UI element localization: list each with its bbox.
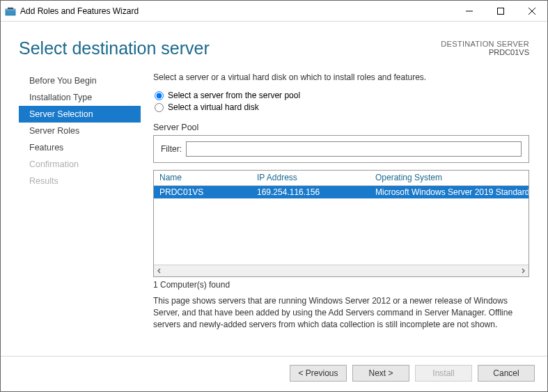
- grid-row[interactable]: PRDC01VS 169.254.116.156 Microsoft Windo…: [154, 186, 529, 198]
- destination-value: PRDC01VS: [441, 48, 529, 56]
- horizontal-scrollbar[interactable]: [154, 265, 529, 276]
- cell-name: PRDC01VS: [154, 187, 257, 197]
- grid-header: Name IP Address Operating System: [154, 171, 529, 186]
- window-controls: [453, 1, 547, 21]
- nav-server-roles[interactable]: Server Roles: [19, 123, 141, 139]
- scroll-right-icon[interactable]: [517, 265, 529, 276]
- app-icon: [5, 6, 16, 17]
- destination-label: DESTINATION SERVER: [441, 40, 529, 48]
- col-ip-header[interactable]: IP Address: [257, 173, 368, 182]
- page-title: Select destination server: [19, 38, 441, 58]
- svg-rect-1: [6, 9, 15, 10]
- server-pool-label: Server Pool: [153, 123, 529, 132]
- cell-ip: 169.254.116.156: [257, 187, 368, 197]
- server-grid: Name IP Address Operating System PRDC01V…: [153, 170, 529, 277]
- nav-installation-type[interactable]: Installation Type: [19, 89, 141, 106]
- radio-server-pool-input[interactable]: [155, 91, 164, 100]
- scroll-left-icon[interactable]: [154, 265, 165, 276]
- svg-rect-4: [497, 8, 503, 14]
- svg-rect-2: [8, 7, 13, 8]
- wizard-window: Add Roles and Features Wizard Select des…: [0, 0, 548, 392]
- nav-features[interactable]: Features: [19, 139, 141, 156]
- header: Select destination server DESTINATION SE…: [1, 22, 547, 58]
- window-title: Add Roles and Features Wizard: [20, 6, 453, 16]
- col-name-header[interactable]: Name: [154, 173, 257, 182]
- radio-server-pool-label: Select a server from the server pool: [168, 91, 300, 100]
- cell-os: Microsoft Windows Server 2019 Standard E…: [368, 187, 529, 197]
- scroll-track[interactable]: [165, 265, 517, 276]
- footer: < Previous Next > Install Cancel: [1, 356, 547, 391]
- radio-vhd[interactable]: Select a virtual hard disk: [153, 102, 529, 112]
- radio-vhd-label: Select a virtual hard disk: [168, 102, 259, 112]
- maximize-button[interactable]: [485, 1, 516, 21]
- wizard-nav: Before You Begin Installation Type Serve…: [19, 72, 141, 356]
- body: Before You Begin Installation Type Serve…: [1, 58, 547, 356]
- col-os-header[interactable]: Operating System: [368, 173, 529, 182]
- next-button[interactable]: Next >: [352, 365, 409, 382]
- grid-body: PRDC01VS 169.254.116.156 Microsoft Windo…: [154, 186, 529, 265]
- nav-before-you-begin[interactable]: Before You Begin: [19, 72, 141, 89]
- nav-results: Results: [19, 173, 141, 189]
- filter-label: Filter:: [161, 144, 182, 154]
- explanation-text: This page shows servers that are running…: [153, 295, 529, 330]
- cancel-button[interactable]: Cancel: [478, 365, 535, 382]
- computers-found: 1 Computer(s) found: [153, 280, 529, 290]
- destination-box: DESTINATION SERVER PRDC01VS: [441, 38, 529, 56]
- filter-input[interactable]: [186, 141, 522, 157]
- content: Select a server or a virtual hard disk o…: [141, 72, 529, 356]
- install-button: Install: [415, 365, 472, 382]
- close-button[interactable]: [516, 1, 547, 21]
- filter-box: Filter:: [153, 135, 529, 163]
- nav-server-selection[interactable]: Server Selection: [19, 106, 141, 123]
- titlebar: Add Roles and Features Wizard: [1, 1, 547, 22]
- nav-confirmation: Confirmation: [19, 156, 141, 173]
- instruction-text: Select a server or a virtual hard disk o…: [153, 72, 529, 82]
- minimize-button[interactable]: [453, 1, 485, 21]
- previous-button[interactable]: < Previous: [290, 365, 347, 382]
- radio-server-pool[interactable]: Select a server from the server pool: [153, 91, 529, 100]
- radio-vhd-input[interactable]: [155, 103, 164, 112]
